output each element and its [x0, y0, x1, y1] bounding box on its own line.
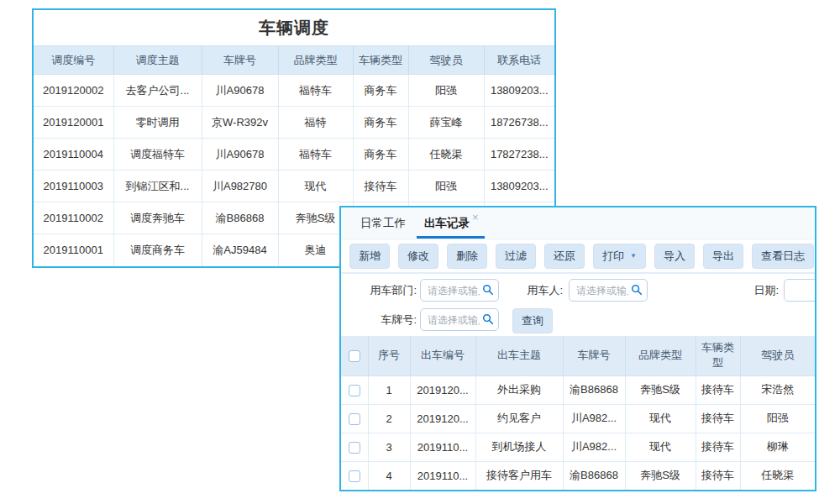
cell[interactable]: 2019110... — [410, 433, 475, 461]
cell[interactable]: 调度福特车 — [113, 139, 202, 171]
toolbar-button-导入[interactable]: 导入 — [654, 244, 695, 269]
cell[interactable]: 2019110002 — [34, 202, 113, 234]
user-input-wrap — [569, 279, 648, 302]
toolbar-button-还原[interactable]: 还原 — [544, 244, 585, 269]
toolbar-button-导出[interactable]: 导出 — [703, 244, 743, 269]
cell[interactable]: 京W-R392v — [202, 107, 278, 139]
cell[interactable]: 调度奔驰车 — [113, 202, 202, 234]
cell[interactable]: 川A90678 — [202, 139, 278, 171]
column-header: 品牌类型 — [278, 46, 353, 75]
toolbar-button-打印[interactable]: 打印▼ — [593, 244, 646, 269]
toolbar-button-新增[interactable]: 新增 — [349, 244, 390, 269]
toolbar-button-label: 修改 — [407, 249, 429, 264]
cell[interactable]: 柳琳 — [740, 433, 815, 461]
cell[interactable]: 2019120... — [410, 375, 475, 404]
cell: 福特 — [278, 107, 353, 139]
cell[interactable]: 川A982... — [563, 404, 625, 433]
cell[interactable]: 川A90678 — [202, 75, 278, 107]
cell[interactable]: 宋浩然 — [740, 375, 815, 404]
toolbar-button-label: 导入 — [664, 249, 685, 264]
cell[interactable]: 2019120002 — [34, 75, 113, 107]
toolbar: 新增修改删除过滤还原打印▼导入导出查看日志 — [341, 239, 815, 274]
select-all-checkbox[interactable] — [349, 350, 360, 362]
toolbar-button-查看日志[interactable]: 查看日志 — [752, 244, 814, 269]
plate-input-wrap — [420, 308, 499, 331]
tab-label: 出车记录 — [424, 216, 470, 231]
row-checkbox[interactable] — [349, 442, 360, 454]
cell[interactable]: 阳强 — [408, 75, 484, 107]
toolbar-button-修改[interactable]: 修改 — [398, 244, 438, 269]
cell: 福特车 — [278, 139, 353, 171]
dispatch-panel-title: 车辆调度 — [34, 10, 554, 45]
tab-trip-record[interactable]: 出车记录× — [420, 207, 483, 239]
toolbar-button-过滤[interactable]: 过滤 — [496, 244, 536, 269]
cell[interactable]: 川A982... — [563, 433, 625, 461]
cell[interactable]: 到机场接人 — [475, 433, 563, 461]
dispatch-table-header-row: 调度编号调度主题车牌号品牌类型车辆类型驾驶员联系电话 — [34, 46, 554, 75]
column-header: 调度主题 — [113, 46, 202, 75]
column-header: 车辆类型 — [353, 46, 408, 75]
cell: 1 — [368, 375, 410, 404]
date-label: 日期: — [736, 283, 779, 298]
cell[interactable]: 渝B86868 — [563, 461, 625, 490]
close-tab-icon[interactable]: × — [472, 212, 479, 223]
toolbar-button-删除[interactable]: 删除 — [447, 244, 487, 269]
row-checkbox[interactable] — [349, 413, 360, 425]
cell: 现代 — [278, 171, 353, 202]
cell: 商务车 — [353, 75, 408, 107]
cell: 13809203... — [484, 171, 554, 202]
cell[interactable]: 任晓渠 — [408, 139, 484, 171]
cell: 接待车 — [696, 433, 740, 461]
column-header: 车辆类型 — [696, 336, 740, 375]
toolbar-button-label: 打印 — [602, 249, 624, 264]
cell[interactable]: 2019110... — [410, 461, 475, 490]
cell[interactable]: 渝B86868 — [202, 202, 278, 234]
row-select-cell — [341, 375, 368, 404]
cell[interactable]: 2019110003 — [34, 171, 113, 202]
search-icon[interactable] — [482, 284, 494, 296]
cell[interactable]: 到锦江区和... — [113, 171, 202, 202]
row-checkbox[interactable] — [349, 385, 360, 396]
date-input[interactable] — [784, 279, 816, 302]
cell[interactable]: 阳强 — [408, 171, 484, 202]
toolbar-button-label: 查看日志 — [761, 249, 805, 264]
table-row: 2019110004调度福特车川A90678福特车商务车任晓渠17827238.… — [34, 139, 554, 171]
tab-label: 日常工作 — [360, 216, 406, 231]
cell[interactable]: 调度商务车 — [113, 234, 202, 266]
cell[interactable]: 渝B86868 — [563, 375, 625, 404]
row-select-cell — [341, 461, 368, 490]
cell[interactable]: 任晓渠 — [740, 461, 815, 490]
row-checkbox[interactable] — [349, 470, 360, 482]
cell: 4 — [368, 461, 410, 490]
cell[interactable]: 2019110001 — [34, 234, 113, 266]
table-row: 32019110...到机场接人川A982...现代接待车柳琳 — [341, 433, 815, 461]
cell[interactable]: 零时调用 — [113, 107, 202, 139]
search-button[interactable]: 查询 — [512, 308, 553, 333]
table-row: 42019110...接待客户用车渝B86868奔驰S级接待车任晓渠 — [341, 461, 815, 490]
toolbar-button-label: 删除 — [456, 249, 478, 264]
cell[interactable]: 去客户公司... — [113, 75, 202, 107]
cell[interactable]: 2019110004 — [34, 139, 113, 171]
table-row: 22019120...约见客户川A982...现代接待车阳强 — [341, 404, 815, 433]
cell[interactable]: 接待客户用车 — [475, 461, 563, 490]
search-icon[interactable] — [482, 313, 494, 325]
cell[interactable]: 川A982780 — [202, 171, 278, 202]
search-icon[interactable] — [631, 284, 643, 296]
cell[interactable]: 薛宝峰 — [408, 107, 484, 139]
cell[interactable]: 渝AJ59484 — [202, 234, 278, 266]
cell[interactable]: 约见客户 — [475, 404, 563, 433]
tab-daily-work[interactable]: 日常工作 — [356, 207, 410, 239]
table-row: 2019120002去客户公司...川A90678福特车商务车阳强1380920… — [34, 75, 554, 107]
toolbar-button-label: 导出 — [712, 249, 734, 264]
date-input-wrap — [784, 279, 816, 302]
cell: 接待车 — [696, 404, 740, 433]
table-row: 12019120...外出采购渝B86868奔驰S级接待车宋浩然 — [341, 375, 815, 404]
cell[interactable]: 2019120... — [410, 404, 475, 433]
toolbar-button-label: 新增 — [359, 249, 381, 264]
cell: 17827238... — [484, 139, 554, 171]
cell[interactable]: 外出采购 — [475, 375, 563, 404]
cell[interactable]: 阳强 — [740, 404, 815, 433]
column-header: 品牌类型 — [625, 336, 696, 375]
cell[interactable]: 2019120001 — [34, 107, 113, 139]
toolbar-button-label: 过滤 — [505, 249, 527, 264]
